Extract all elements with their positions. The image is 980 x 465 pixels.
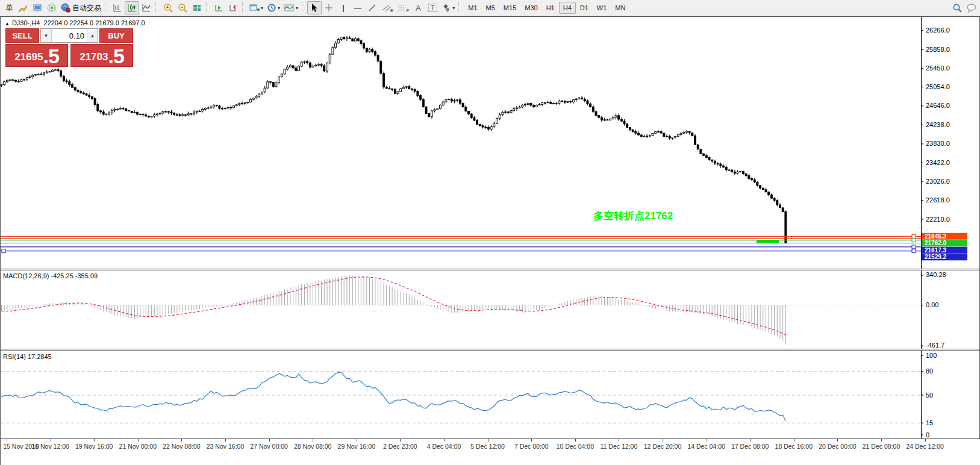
cursor-button[interactable] <box>307 1 322 14</box>
time-label: 7 Dec 00:00 <box>514 443 549 450</box>
gold-bars-icon <box>18 3 28 13</box>
timeframe-h1-button[interactable]: H1 <box>542 2 559 14</box>
time-label: 4 Dec 04:00 <box>427 443 461 450</box>
chat-bubble-icon <box>966 3 977 13</box>
horizontal-line[interactable] <box>1 234 921 238</box>
rsi-label: RSI(14) 17.2845 <box>3 353 52 360</box>
equidistant-channel-button[interactable]: E <box>379 1 395 14</box>
volume-increase-button[interactable]: ▲ <box>87 29 98 42</box>
horizontal-line[interactable] <box>1 245 921 249</box>
chat-button[interactable] <box>964 1 979 14</box>
auto-scroll-button[interactable] <box>211 1 226 14</box>
buy-price-display[interactable]: 21703.5 <box>70 44 133 67</box>
chart-shift-icon <box>228 3 238 13</box>
search-button[interactable] <box>950 1 964 14</box>
autotrading-label: 自动交易 <box>72 3 101 13</box>
bar-chart-button[interactable] <box>110 1 125 14</box>
svg-text:25858.0: 25858.0 <box>926 46 950 53</box>
svg-text:15: 15 <box>926 419 933 426</box>
time-tick <box>94 439 95 442</box>
periods-button[interactable]: ▾ <box>265 1 282 14</box>
timeframe-mn-button[interactable]: MN <box>611 2 629 14</box>
time-tick <box>619 439 619 442</box>
toolbar-grip <box>155 2 158 13</box>
time-tick <box>357 439 357 442</box>
horizontal-line-button[interactable]: — <box>351 1 365 14</box>
time-tick <box>531 439 532 442</box>
zoom-in-button[interactable] <box>161 1 175 14</box>
chart-window: 26266.025858.025450.025054.024646.024238… <box>0 16 980 465</box>
sell-price-display[interactable]: 21695.5 <box>5 44 68 67</box>
svg-text:340.28: 340.28 <box>926 271 946 278</box>
market-watch-button[interactable] <box>16 1 30 14</box>
annotation-text[interactable]: 多空转折点21762 <box>593 209 673 223</box>
svg-text:23422.0: 23422.0 <box>926 159 950 166</box>
terminal-button[interactable] <box>30 1 45 14</box>
line-chart-button[interactable] <box>139 1 154 14</box>
volume-decrease-button[interactable]: ▼ <box>41 29 52 42</box>
time-tick <box>837 439 838 442</box>
time-tick <box>138 439 139 442</box>
time-tick <box>707 439 707 442</box>
signal-icon <box>47 3 57 13</box>
svg-text:80: 80 <box>926 367 933 375</box>
time-label: 27 Nov 00:00 <box>250 443 287 450</box>
time-tick <box>925 439 926 442</box>
timeframe-m1-button[interactable]: M1 <box>464 2 481 14</box>
text-button[interactable]: A <box>411 1 425 14</box>
zoom-out-button[interactable] <box>175 1 190 14</box>
horizontal-line-icon: — <box>354 4 361 12</box>
time-label: 21 Nov 00:00 <box>119 443 157 450</box>
fibonacci-button[interactable]: F <box>395 1 411 14</box>
time-tick <box>488 439 488 442</box>
template-icon <box>284 3 295 13</box>
timeframe-m15-button[interactable]: M15 <box>499 2 520 14</box>
rsi-panel-canvas[interactable]: 1008050150 <box>1 351 980 438</box>
time-tick <box>881 439 882 442</box>
collapse-trade-panel-icon[interactable]: ▲ <box>5 21 10 27</box>
horizontal-line[interactable] <box>1 239 921 242</box>
time-label: 20 Dec 00:00 <box>819 443 856 450</box>
arrows-button[interactable]: ▾ <box>440 1 457 14</box>
buy-button[interactable]: BUY <box>99 28 133 43</box>
bar-chart-icon <box>113 3 122 13</box>
timeframe-m5-button[interactable]: M5 <box>482 2 499 14</box>
signals-button[interactable] <box>45 1 59 14</box>
vertical-line-button[interactable]: | <box>336 1 351 14</box>
time-tick <box>575 439 576 442</box>
timeframe-m30-button[interactable]: M30 <box>520 2 541 14</box>
chart-title: ▲DJ30-,H4 22204.0 22254.0 21679.0 21697.… <box>5 19 145 27</box>
trendline-button[interactable] <box>365 1 379 14</box>
trendline-icon <box>367 3 377 13</box>
time-tick <box>663 439 663 442</box>
new-chart-icon <box>249 3 260 13</box>
sell-button[interactable]: SELL <box>5 28 39 43</box>
time-tick <box>269 439 270 442</box>
new-order-button[interactable]: 单 <box>1 1 16 14</box>
text-tool-icon: A <box>416 4 421 13</box>
new-chart-button[interactable]: ▾ <box>248 1 265 14</box>
timeframe-d1-button[interactable]: D1 <box>576 2 593 14</box>
tile-windows-button[interactable] <box>190 1 204 14</box>
timeframe-w1-button[interactable]: W1 <box>593 2 611 14</box>
svg-text:23830.0: 23830.0 <box>926 140 950 147</box>
timeframe-h4-button[interactable]: H4 <box>559 2 576 14</box>
text-label-button[interactable]: T <box>425 1 440 14</box>
candlestick-chart-button[interactable] <box>125 1 139 14</box>
volume-input[interactable] <box>52 29 87 42</box>
autotrading-button[interactable]: 自动交易 <box>59 1 103 14</box>
toolbar-grip <box>242 2 245 13</box>
chart-shift-button[interactable] <box>226 1 240 14</box>
horizontal-line[interactable] <box>1 249 921 253</box>
terminal-icon <box>33 3 42 13</box>
macd-signal-line <box>2 277 786 335</box>
time-tick <box>400 439 401 442</box>
macd-panel-canvas[interactable]: 340.280.00-461.7 <box>1 270 980 349</box>
crosshair-button[interactable] <box>322 1 336 14</box>
time-label: 11 Dec 12:00 <box>601 443 638 450</box>
ohlc-values: 22204.0 22254.0 21679.0 21697.0 <box>44 19 145 27</box>
time-label: 19 Nov 16:00 <box>75 443 113 450</box>
main-chart-canvas[interactable]: 26266.025858.025450.025054.024646.024238… <box>1 17 980 269</box>
time-axis[interactable]: 15 Nov 201816 Nov 12:0019 Nov 16:0021 No… <box>1 438 980 465</box>
templates-button[interactable]: ▾ <box>282 1 300 14</box>
